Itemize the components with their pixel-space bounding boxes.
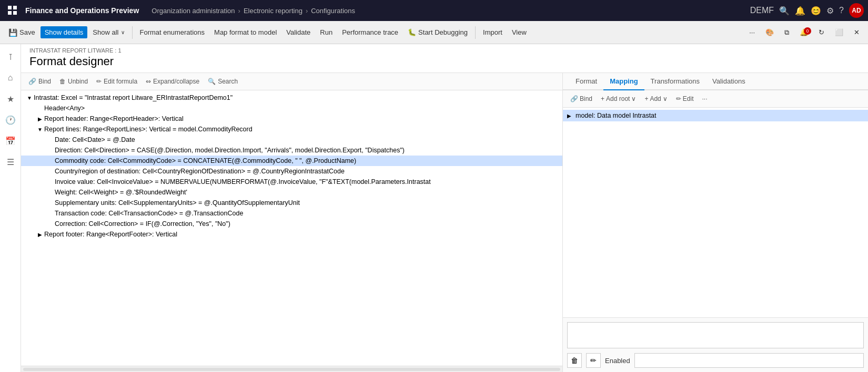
edit-formula-button[interactable]: ✏ Edit formula [93,76,140,87]
tree-expander[interactable]: ▼ [36,127,44,132]
tree-item[interactable]: Transaction code: Cell<TransactionCode> … [21,208,562,219]
refresh-button[interactable]: ↻ [814,26,829,38]
format-enumerations-button[interactable]: Format enumerations [136,26,209,38]
demf-label: DEMF [750,6,774,15]
mapping-bind-button[interactable]: 🔗 Bind [567,94,596,104]
add-chevron: ∨ [663,95,668,102]
mapping-tree: ▶model: Data model Intrastat [563,108,868,317]
bell-icon[interactable]: 🔔 [795,6,805,16]
app-grid-icon[interactable] [4,2,21,19]
show-details-button[interactable]: Show details [41,26,88,38]
edit-pencil-icon: ✏ [676,95,681,102]
format-tree: ▼Intrastat: Excel = "Intrastat report Li… [21,90,562,366]
tree-expander[interactable]: ▶ [36,116,44,122]
search-icon[interactable]: 🔍 [779,6,790,16]
tree-item[interactable]: Country/region of destination: Cell<Coun… [21,166,562,177]
tab-format[interactable]: Format [569,73,603,90]
notification-btn[interactable]: 🔔 0 [795,26,812,38]
format-scrollbar[interactable] [21,366,562,372]
close-button[interactable]: ✕ [850,26,864,38]
sidebar-icon-clock[interactable]: 🕐 [2,111,19,128]
run-button[interactable]: Run [316,26,337,38]
tree-item-text: Report footer: Range<ReportFooter>: Vert… [44,231,177,238]
add-button[interactable]: + Add ∨ [641,94,670,104]
tree-item-text: Direction: Cell<Direction> = CASE(@.Dire… [55,147,405,154]
add-root-plus-icon: + [601,95,604,102]
performance-trace-button[interactable]: Performance trace [338,26,402,38]
sidebar-icon-calendar[interactable]: 📅 [2,132,19,149]
toolbar-right: ··· 🎨 ⧉ 🔔 0 ↻ ⬜ ✕ [745,26,864,39]
tab-validations[interactable]: Validations [706,73,752,90]
import-button[interactable]: Import [479,26,507,38]
tree-item-text: Header<Any> [44,105,85,112]
scroll-track[interactable] [23,368,560,371]
edit-button[interactable]: ✏ Edit [673,94,697,104]
tree-item[interactable]: Supplementary units: Cell<SupplementaryU… [21,198,562,208]
help-icon[interactable]: ? [839,6,844,15]
tree-item[interactable]: Commodity code: Cell<CommodityCode> = CO… [21,156,562,166]
expand-icon: ⇔ [146,78,151,85]
mapping-item-text: model: Data model Intrastat [576,112,657,119]
tab-mapping[interactable]: Mapping [603,73,644,90]
mapping-panel: Format Mapping Transformations Validatio… [563,73,868,372]
main-layout: ⊺ ⌂ ★ 🕐 📅 ☰ INTRASTAT REPORT LITWARE : 1… [0,44,868,372]
mapping-tree-item[interactable]: ▶model: Data model Intrastat [563,110,868,121]
bind-button[interactable]: 🔗 Bind [25,76,54,87]
right-icons: DEMF 🔍 🔔 😊 ⚙ ? AD [750,3,864,18]
edit-icon-button[interactable]: ✏ [586,353,601,368]
user-avatar[interactable]: AD [849,3,864,18]
show-all-button[interactable]: Show all ∨ [88,26,128,38]
sidebar-icon-home[interactable]: ⌂ [2,69,19,86]
chain-icon: 🔗 [28,78,36,85]
app-title: Finance and Operations Preview [25,6,139,15]
toolbar-more-button[interactable]: ··· [745,26,759,38]
tree-item[interactable]: ▶Report footer: Range<ReportFooter>: Ver… [21,229,562,240]
sidebar-icon-star[interactable]: ★ [2,90,19,107]
tree-item-text: Commodity code: Cell<CommodityCode> = CO… [55,157,356,164]
expand-collapse-button[interactable]: ⇔ Expand/collapse [143,76,203,87]
tree-item[interactable]: Header<Any> [21,103,562,113]
tree-item[interactable]: Date: Cell<Date> = @.Date [21,135,562,145]
restore-button[interactable]: ⬜ [831,26,847,38]
breadcrumb-config[interactable]: Configurations [311,7,355,15]
toolbar: 💾 Save Show details Show all ∨ Format en… [0,21,868,44]
tree-expander[interactable]: ▶ [36,232,44,237]
formula-textarea[interactable] [567,322,864,348]
tree-item[interactable]: Weight: Cell<Weight> = @.'$RoundedWeight… [21,187,562,198]
tree-item-text: Country/region of destination: Cell<Coun… [55,168,345,175]
toolbar-panel-button[interactable]: ⧉ [780,26,793,39]
mapping-expander[interactable]: ▶ [567,113,576,119]
tree-item[interactable]: Correction: Cell<Correction> = IF(@.Corr… [21,219,562,229]
add-root-button[interactable]: + Add root ∨ [598,94,639,104]
enabled-input[interactable] [634,353,864,368]
map-format-to-model-button[interactable]: Map format to model [210,26,281,38]
delete-icon-button[interactable]: 🗑 [567,353,582,368]
tree-item[interactable]: Direction: Cell<Direction> = CASE(@.Dire… [21,145,562,156]
breadcrumb-org[interactable]: Organization administration [152,7,235,15]
svg-rect-1 [13,6,17,9]
validate-button[interactable]: Validate [282,26,315,38]
unbind-button[interactable]: 🗑 Unbind [56,76,91,87]
tree-item[interactable]: ▼Report lines: Range<ReportLines>: Verti… [21,124,562,135]
add-root-chevron: ∨ [631,95,636,102]
tree-item[interactable]: Invoice value: Cell<InvoiceValue> = NUMB… [21,177,562,187]
view-button[interactable]: View [508,26,531,38]
delete-icon: 🗑 [571,356,578,365]
breadcrumb-er[interactable]: Electronic reporting [244,7,302,15]
format-panel: 🔗 Bind 🗑 Unbind ✏ Edit formula ⇔ Expand/… [21,73,563,372]
search-button[interactable]: 🔍 Search [205,76,241,87]
pencil-icon: ✏ [96,78,102,85]
start-debugging-button[interactable]: 🐛 Start Debugging [403,26,472,38]
tree-item[interactable]: ▶Report header: Range<ReportHeader>: Ver… [21,113,562,124]
smiley-icon[interactable]: 😊 [811,6,821,16]
gear-icon[interactable]: ⚙ [826,6,834,16]
toolbar-palette-button[interactable]: 🎨 [761,26,778,38]
tree-expander[interactable]: ▼ [25,95,34,101]
tree-item[interactable]: ▼Intrastat: Excel = "Intrastat report Li… [21,92,562,103]
sidebar-icon-list[interactable]: ☰ [2,153,19,170]
add-plus-icon: + [644,95,648,102]
more-options-button[interactable]: ··· [699,94,710,104]
tab-transformations[interactable]: Transformations [644,73,706,90]
sidebar-icon-filter[interactable]: ⊺ [2,48,19,65]
save-button[interactable]: 💾 Save [4,26,39,39]
